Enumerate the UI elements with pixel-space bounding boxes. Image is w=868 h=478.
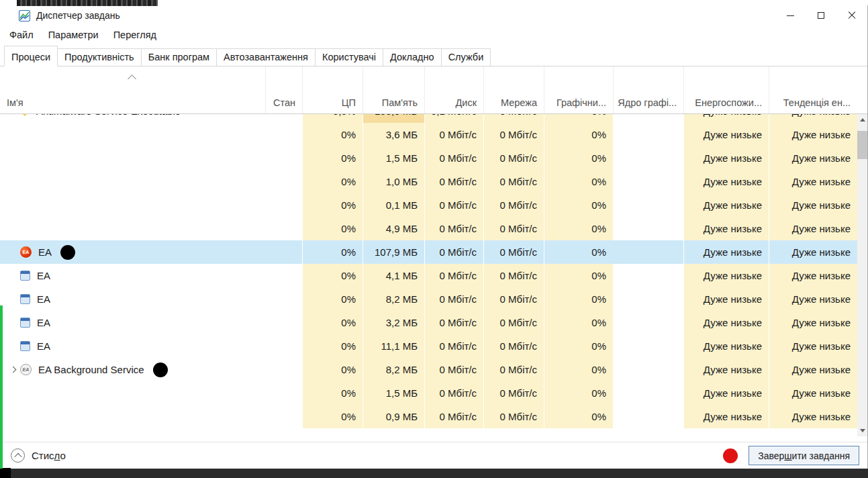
- process-name-cell[interactable]: [0, 381, 265, 405]
- status-cell[interactable]: [265, 114, 302, 123]
- power-usage-cell[interactable]: Дуже низьке: [683, 334, 769, 358]
- process-name-cell[interactable]: EA EA: [0, 240, 265, 264]
- process-name-cell[interactable]: [0, 405, 265, 428]
- memory-cell[interactable]: 8,2 МБ: [363, 287, 424, 311]
- power-trend-cell[interactable]: Дуже низьке: [769, 405, 857, 428]
- gpu-cell[interactable]: 0%: [544, 287, 613, 311]
- cpu-cell[interactable]: 0%: [302, 405, 363, 428]
- vertical-scrollbar[interactable]: [857, 114, 867, 436]
- column-header-network[interactable]: Мережа: [483, 66, 544, 113]
- cpu-cell[interactable]: 0,5%: [302, 114, 363, 123]
- power-trend-cell[interactable]: Дуже низьке: [769, 287, 857, 311]
- cpu-cell[interactable]: 0%: [302, 358, 363, 381]
- gpu-engine-cell[interactable]: [613, 358, 683, 381]
- disk-cell[interactable]: 0 Мбіт/с: [424, 170, 483, 193]
- memory-cell[interactable]: 1,5 МБ: [363, 381, 424, 405]
- power-usage-cell[interactable]: Дуже низьке: [683, 264, 769, 287]
- status-cell[interactable]: [265, 123, 302, 146]
- tab-services[interactable]: Служби: [441, 48, 491, 66]
- process-name-cell[interactable]: EA: [0, 287, 265, 311]
- disk-cell[interactable]: 0 Мбіт/с: [424, 358, 483, 381]
- column-header-power-trend[interactable]: Тенденція ен...: [769, 66, 857, 113]
- network-cell[interactable]: 0 Мбіт/с: [483, 381, 544, 405]
- gpu-cell[interactable]: 0%: [544, 311, 613, 334]
- cpu-cell[interactable]: 0%: [302, 287, 363, 311]
- gpu-engine-cell[interactable]: [613, 146, 683, 170]
- column-header-cpu[interactable]: ЦП: [302, 66, 363, 113]
- status-cell[interactable]: [265, 358, 302, 381]
- memory-cell[interactable]: 107,9 МБ: [363, 240, 424, 264]
- status-cell[interactable]: [265, 240, 302, 264]
- close-button[interactable]: [836, 5, 867, 26]
- gpu-engine-cell[interactable]: [613, 114, 683, 123]
- power-trend-cell[interactable]: Дуже низьке: [769, 123, 857, 146]
- process-name-cell[interactable]: [0, 146, 265, 170]
- scrollbar-up-button[interactable]: [857, 114, 867, 126]
- column-header-status[interactable]: Стан: [265, 66, 302, 113]
- cpu-cell[interactable]: 0%: [302, 381, 363, 405]
- power-trend-cell[interactable]: Дуже низьке: [769, 381, 857, 405]
- network-cell[interactable]: 0 Мбіт/с: [483, 217, 544, 240]
- gpu-cell[interactable]: 0%: [544, 358, 613, 381]
- network-cell[interactable]: 0 Мбіт/с: [483, 123, 544, 146]
- memory-cell[interactable]: 8,2 МБ: [363, 358, 424, 381]
- network-cell[interactable]: 0 Мбіт/с: [483, 240, 544, 264]
- process-row[interactable]: EA 0% 4,1 МБ 0 Мбіт/с 0 Мбіт/с 0% Дуже н…: [0, 264, 857, 287]
- process-row[interactable]: 0% 3,6 МБ 0 Мбіт/с 0 Мбіт/с 0% Дуже низь…: [0, 123, 857, 146]
- tab-startup[interactable]: Автозавантаження: [216, 48, 316, 66]
- power-usage-cell[interactable]: Дуже низьке: [683, 217, 769, 240]
- power-trend-cell[interactable]: Дуже низьке: [769, 358, 857, 381]
- memory-cell[interactable]: 4,1 МБ: [363, 264, 424, 287]
- status-cell[interactable]: [265, 170, 302, 193]
- process-name-cell[interactable]: [0, 193, 265, 217]
- cpu-cell[interactable]: 0%: [302, 193, 363, 217]
- disk-cell[interactable]: 0 Мбіт/с: [424, 193, 483, 217]
- power-usage-cell[interactable]: Дуже низьке: [683, 114, 769, 123]
- gpu-engine-cell[interactable]: [613, 217, 683, 240]
- network-cell[interactable]: 0 Мбіт/с: [483, 405, 544, 428]
- process-row[interactable]: EA EA Background Service 0% 8,2 МБ 0 Мбі…: [0, 358, 857, 381]
- status-cell[interactable]: [265, 334, 302, 358]
- disk-cell[interactable]: 0 Мбіт/с: [424, 405, 483, 428]
- power-usage-cell[interactable]: Дуже низьке: [683, 287, 769, 311]
- power-usage-cell[interactable]: Дуже низьке: [683, 193, 769, 217]
- power-usage-cell[interactable]: Дуже низьке: [683, 358, 769, 381]
- disk-cell[interactable]: 0 Мбіт/с: [424, 287, 483, 311]
- tab-details[interactable]: Докладно: [383, 48, 442, 66]
- scrollbar-thumb[interactable]: [857, 131, 867, 159]
- network-cell[interactable]: 0 Мбіт/с: [483, 358, 544, 381]
- gpu-engine-cell[interactable]: [613, 170, 683, 193]
- status-cell[interactable]: [265, 287, 302, 311]
- disk-cell[interactable]: 0 Мбіт/с: [424, 217, 483, 240]
- gpu-cell[interactable]: 0%: [544, 123, 613, 146]
- tab-processes[interactable]: Процеси: [4, 46, 58, 66]
- disk-cell[interactable]: 0 Мбіт/с: [424, 123, 483, 146]
- gpu-cell[interactable]: 0%: [544, 146, 613, 170]
- menu-options[interactable]: Параметри: [41, 27, 106, 43]
- memory-cell[interactable]: 155,0 МБ: [363, 114, 424, 123]
- power-usage-cell[interactable]: Дуже низьке: [683, 170, 769, 193]
- cpu-cell[interactable]: 0%: [302, 217, 363, 240]
- gpu-engine-cell[interactable]: [613, 287, 683, 311]
- memory-cell[interactable]: 1,0 МБ: [363, 170, 424, 193]
- process-name-cell[interactable]: [0, 170, 265, 193]
- disk-cell[interactable]: 0 Мбіт/с: [424, 311, 483, 334]
- disk-cell[interactable]: 0 Мбіт/с: [424, 264, 483, 287]
- gpu-cell[interactable]: 0%: [544, 170, 613, 193]
- process-row[interactable]: 0% 4,9 МБ 0 Мбіт/с 0 Мбіт/с 0% Дуже низь…: [0, 217, 857, 240]
- power-usage-cell[interactable]: Дуже низьке: [683, 123, 769, 146]
- power-usage-cell[interactable]: Дуже низьке: [683, 311, 769, 334]
- process-row[interactable]: EA 0% 11,1 МБ 0 Мбіт/с 0 Мбіт/с 0% Дуже …: [0, 334, 857, 358]
- power-trend-cell[interactable]: Дуже низьке: [769, 114, 857, 123]
- status-cell[interactable]: [265, 146, 302, 170]
- menu-view[interactable]: Перегляд: [106, 27, 164, 43]
- disk-cell[interactable]: 0 Мбіт/с: [424, 334, 483, 358]
- status-cell[interactable]: [265, 381, 302, 405]
- power-usage-cell[interactable]: Дуже низьке: [683, 240, 769, 264]
- gpu-engine-cell[interactable]: [613, 334, 683, 358]
- column-header-gpu[interactable]: Графічни...: [544, 66, 613, 113]
- gpu-cell[interactable]: 0%: [544, 381, 613, 405]
- power-trend-cell[interactable]: Дуже низьке: [769, 146, 857, 170]
- column-header-gpu-engine[interactable]: Ядро графі...: [613, 66, 683, 113]
- network-cell[interactable]: 0 Мбіт/с: [483, 114, 544, 123]
